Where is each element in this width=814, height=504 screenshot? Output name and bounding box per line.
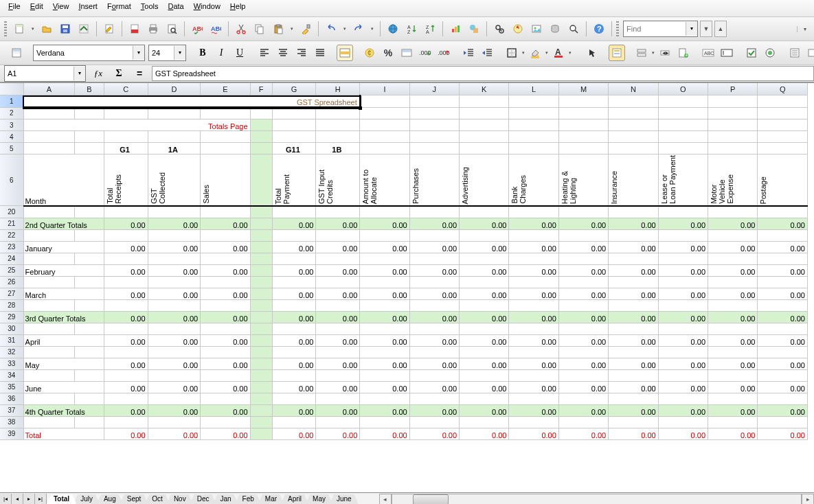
cell[interactable] bbox=[658, 131, 708, 143]
form-radio-button[interactable] bbox=[762, 45, 778, 61]
cell[interactable]: 0.00 bbox=[409, 404, 459, 416]
cell[interactable]: 0.00 bbox=[316, 241, 360, 253]
cell[interactable] bbox=[708, 119, 758, 131]
increase-indent-button[interactable] bbox=[479, 45, 495, 61]
cell[interactable] bbox=[250, 334, 272, 346]
cell[interactable] bbox=[23, 253, 75, 264]
cell[interactable] bbox=[658, 229, 708, 241]
cell[interactable] bbox=[758, 119, 808, 131]
cell[interactable]: 0.00 bbox=[558, 334, 608, 346]
cell[interactable] bbox=[250, 404, 272, 416]
cell[interactable] bbox=[708, 346, 758, 358]
cell[interactable]: 0.00 bbox=[758, 381, 808, 393]
redo-button[interactable] bbox=[350, 21, 367, 37]
sheet-tab-may[interactable]: May bbox=[306, 494, 332, 504]
function-wizard-button[interactable]: ƒx bbox=[90, 65, 106, 82]
cell[interactable] bbox=[758, 369, 808, 381]
cell[interactable]: Heating &Lighting bbox=[558, 154, 608, 206]
sheet-tab-nov[interactable]: Nov bbox=[167, 494, 193, 504]
cell[interactable] bbox=[460, 229, 509, 241]
cell[interactable]: 0.00 bbox=[272, 311, 316, 323]
help-button[interactable]: ? bbox=[591, 21, 607, 37]
cell[interactable]: 0.00 bbox=[509, 381, 558, 393]
formula-input[interactable]: GST Spreadsheet bbox=[152, 66, 814, 81]
cell[interactable] bbox=[460, 206, 509, 218]
cell[interactable] bbox=[148, 131, 201, 143]
cell[interactable] bbox=[23, 299, 75, 311]
cell[interactable]: 0.00 bbox=[708, 264, 758, 276]
cell[interactable] bbox=[250, 369, 272, 381]
cell[interactable] bbox=[250, 154, 272, 206]
menu-insert[interactable]: Insert bbox=[74, 1, 102, 15]
cell[interactable] bbox=[558, 253, 608, 264]
tab-next-button[interactable]: ▸ bbox=[23, 494, 35, 505]
cell[interactable]: 0.00 bbox=[272, 381, 316, 393]
cell[interactable]: G11 bbox=[272, 143, 316, 154]
scroll-thumb[interactable] bbox=[413, 494, 449, 505]
sum-button[interactable]: Σ bbox=[111, 65, 127, 82]
cell[interactable]: Lease orLoan Payment bbox=[658, 154, 708, 206]
export-pdf-button[interactable] bbox=[126, 21, 143, 37]
cell[interactable]: 0.00 bbox=[409, 358, 459, 369]
cell[interactable] bbox=[272, 119, 316, 131]
font-size-input[interactable] bbox=[149, 47, 174, 59]
cell[interactable]: 0.00 bbox=[460, 334, 509, 346]
cell[interactable]: 0.00 bbox=[609, 241, 658, 253]
cell[interactable] bbox=[23, 276, 75, 288]
menu-format[interactable]: Format bbox=[103, 1, 135, 15]
cell[interactable] bbox=[460, 299, 509, 311]
cell[interactable] bbox=[360, 369, 409, 381]
sheet-tab-june[interactable]: June bbox=[330, 494, 359, 504]
cell[interactable]: 0.00 bbox=[409, 288, 459, 299]
cell[interactable]: 0.00 bbox=[758, 311, 808, 323]
cell[interactable]: 0.00 bbox=[148, 358, 201, 369]
cell[interactable]: 0.00 bbox=[658, 311, 708, 323]
cell[interactable]: 0.00 bbox=[609, 311, 658, 323]
cell[interactable] bbox=[201, 369, 250, 381]
cell[interactable] bbox=[409, 346, 459, 358]
cell[interactable]: 0.00 bbox=[104, 311, 148, 323]
cell[interactable] bbox=[75, 131, 104, 143]
form-design-button[interactable] bbox=[609, 45, 625, 61]
paste-dropdown[interactable]: ▾ bbox=[289, 26, 295, 32]
cell[interactable] bbox=[250, 358, 272, 369]
cell[interactable] bbox=[609, 119, 658, 131]
cell[interactable] bbox=[409, 206, 459, 218]
cell[interactable] bbox=[558, 369, 608, 381]
cell[interactable] bbox=[360, 143, 409, 154]
cell[interactable]: 0.00 bbox=[708, 404, 758, 416]
row-header-21[interactable]: 21 bbox=[0, 218, 23, 229]
cell[interactable]: 0.00 bbox=[360, 264, 409, 276]
cell[interactable] bbox=[509, 131, 558, 143]
cell[interactable] bbox=[250, 428, 272, 439]
cell[interactable]: 0.00 bbox=[148, 218, 201, 229]
format-paintbrush-button[interactable] bbox=[297, 21, 314, 37]
cell[interactable] bbox=[316, 131, 360, 143]
cell[interactable] bbox=[409, 107, 459, 119]
cell[interactable]: 0.00 bbox=[609, 264, 658, 276]
cell[interactable]: Postage bbox=[758, 154, 808, 206]
merge-cells-button[interactable] bbox=[337, 45, 353, 61]
menu-view[interactable]: View bbox=[49, 1, 74, 15]
cell[interactable]: 0.00 bbox=[409, 381, 459, 393]
cell[interactable]: 0.00 bbox=[201, 358, 250, 369]
add-decimal-button[interactable]: .000 bbox=[417, 45, 433, 61]
cell[interactable]: 0.00 bbox=[609, 358, 658, 369]
cell[interactable] bbox=[23, 369, 75, 381]
cell[interactable]: 0.00 bbox=[360, 218, 409, 229]
cell[interactable] bbox=[316, 119, 360, 131]
cell[interactable] bbox=[460, 253, 509, 264]
cell[interactable] bbox=[558, 393, 608, 404]
cell[interactable] bbox=[509, 299, 558, 311]
cell[interactable] bbox=[75, 346, 104, 358]
cell[interactable] bbox=[272, 131, 316, 143]
cell[interactable] bbox=[250, 143, 272, 154]
autospell-button[interactable]: ABC bbox=[207, 21, 224, 37]
cell[interactable]: 0.00 bbox=[201, 264, 250, 276]
cell[interactable] bbox=[758, 299, 808, 311]
bgcolor-dropdown[interactable]: ▾ bbox=[545, 50, 548, 56]
cell[interactable] bbox=[558, 206, 608, 218]
cell[interactable] bbox=[148, 323, 201, 334]
cell[interactable]: 0.00 bbox=[201, 381, 250, 393]
cell[interactable]: 0.00 bbox=[509, 264, 558, 276]
